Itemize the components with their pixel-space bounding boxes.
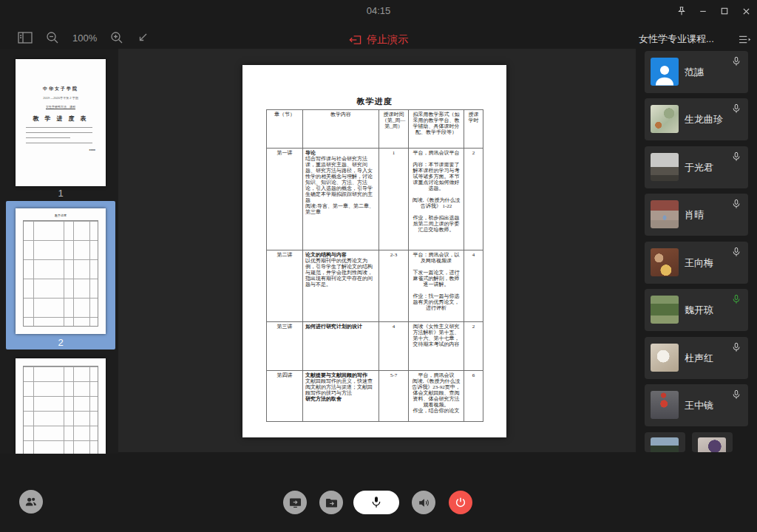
table-row: 第二讲 论文的结构与内容 以优秀期刊中的优秀论文为例，引导学生了解论文的结构与规… — [267, 250, 483, 322]
participant-card[interactable]: 肖晴 — [645, 194, 748, 236]
table-row: 第一讲 导论 结合写作课与社会研究方法课，重温研究主题、研究问题、研究方法与路径… — [267, 149, 483, 250]
pin-icon[interactable] — [676, 6, 687, 16]
minimize-icon[interactable] — [698, 6, 708, 16]
participant-tile-partial[interactable] — [645, 432, 685, 452]
window-controls — [676, 0, 751, 22]
row-content: 如何进行研究计划的设计 — [303, 322, 379, 371]
microphone-icon — [369, 495, 384, 510]
cover-date-line: ■■■■ — [16, 149, 95, 151]
mini-doc-title: 教学进度 — [16, 214, 106, 217]
presentation-canvas: 教学进度 章（节） 教学内容 授课时间（第_周—第_周） 拟采用教学形式（如采用… — [118, 49, 636, 452]
white-dog-photo-avatar — [651, 344, 679, 372]
participant-name: 魏开琼 — [685, 289, 713, 331]
row-time: 5-7 — [379, 371, 409, 422]
cover-line — [26, 127, 92, 128]
zoom-out-icon[interactable] — [46, 31, 59, 44]
speaker-button[interactable] — [412, 491, 435, 514]
cover-line — [26, 132, 92, 133]
participant-tile-partial[interactable] — [692, 432, 733, 452]
participant-card[interactable]: 范譓 — [645, 51, 748, 93]
mini-table-preview — [23, 220, 98, 327]
mic-button[interactable] — [353, 491, 399, 514]
meeting-title: 女性学专业课程... — [639, 33, 714, 46]
row-chapter: 第三讲 — [267, 322, 303, 371]
field-trees-photo-avatar — [651, 437, 679, 452]
row-hours: 2 — [464, 149, 483, 250]
stop-presenting-icon — [349, 35, 361, 45]
green-trees-photo-avatar — [651, 296, 679, 324]
document-page: 教学进度 章（节） 教学内容 授课时间（第_周—第_周） 拟采用教学形式（如采用… — [242, 65, 506, 437]
row-hours: 6 — [464, 371, 483, 422]
participant-name: 生龙曲珍 — [685, 98, 723, 140]
row-content: 文献提要与文献回顾的写作 文献回顾写作的意义，快速查阅文献的方法与渠道；文献回顾… — [303, 371, 379, 422]
close-icon[interactable] — [741, 6, 751, 16]
participant-name: 王中镜 — [685, 384, 713, 426]
teaching-schedule-table: 章（节） 教学内容 授课时间（第_周—第_周） 拟采用教学形式（如采用的教学平台… — [266, 109, 483, 422]
mic-icon[interactable] — [731, 199, 741, 209]
row-form: 平台，腾讯会议 阅读,《教授为什么没告诉我》23-92页中，体会文献回顾、查阅资… — [409, 371, 464, 422]
page-number-2: 2 — [16, 337, 106, 348]
folder-share-icon — [325, 496, 339, 510]
row-time: 4 — [379, 322, 409, 371]
participant-name: 肖晴 — [685, 194, 704, 236]
power-icon — [454, 496, 467, 509]
cover-school-name: 中华女子学院 — [16, 86, 106, 92]
speaker-icon — [417, 496, 431, 510]
row-time: 2-3 — [379, 250, 409, 322]
participant-card[interactable]: 杜声红 — [645, 337, 748, 379]
participant-card[interactable]: 魏开琼 — [645, 289, 748, 331]
mic-icon[interactable] — [731, 103, 741, 114]
participant-name: 王向梅 — [685, 242, 713, 284]
mic-icon[interactable] — [731, 342, 741, 352]
cover-page-preview: 中华女子学院 2019 —2020学年第 2 学期 女性学研究方法 课程 教 学… — [16, 86, 106, 186]
row-form: 平台，腾讯会议平台 内容：本节课需要了解本课程的学习与考试等诸多方面。本节课重点… — [409, 149, 464, 250]
mic-icon[interactable] — [731, 56, 741, 66]
content-body: 以优秀期刊中的优秀论文为例，引导学生了解论文的结构与规范，并学会批判性阅读，指出… — [305, 258, 376, 287]
share-file-button[interactable] — [319, 491, 343, 514]
participant-card[interactable]: 王中镜 — [645, 384, 748, 426]
row-form: 阅读《女性主义研究方法解析》第十五、第十六、第十七章，交待期末考试的内容 — [409, 322, 464, 371]
participant-card[interactable]: 王向梅 — [645, 242, 748, 284]
participant-list: 范譓 生龙曲珍 于光君 — [636, 49, 757, 452]
row-hours: 2 — [464, 322, 483, 371]
mic-active-icon[interactable] — [731, 294, 741, 304]
sidebar-header: 女性学专业课程... — [639, 33, 751, 46]
participant-card[interactable]: 生龙曲珍 — [645, 98, 748, 140]
participants-button[interactable] — [19, 490, 43, 514]
person-on-steps-photo-avatar — [651, 200, 679, 228]
stop-presenting-button[interactable]: 停止演示 — [349, 33, 408, 47]
person-icon — [652, 62, 677, 86]
cover-line — [26, 137, 70, 138]
cover-line — [26, 143, 92, 143]
mic-icon[interactable] — [731, 247, 741, 257]
header-content: 教学内容 — [303, 110, 379, 149]
blue-person-avatar — [651, 58, 679, 86]
thumbnail-page-2[interactable]: 教学进度 — [16, 208, 106, 334]
leave-meeting-button[interactable] — [449, 491, 472, 514]
participant-card[interactable]: 于光君 — [645, 146, 748, 188]
row-content: 论文的结构与内容 以优秀期刊中的优秀论文为例，引导学生了解论文的结构与规范，并学… — [303, 250, 379, 322]
list-collapse-icon[interactable] — [739, 35, 751, 44]
document-title: 教学进度 — [242, 65, 506, 107]
zoom-in-icon[interactable] — [110, 31, 123, 44]
row-form: 平台：腾讯会议，以及网络视频课 下发一篇论文，进行麻雀式的解剖，教师逐一讲解。 … — [409, 250, 464, 322]
header-chapter: 章（节） — [267, 110, 303, 149]
child-red-jacket-photo-avatar — [651, 391, 679, 419]
cover-title: 教 学 进 度 表 — [16, 115, 106, 123]
row-hours: 4 — [464, 250, 483, 322]
thumbnail-page-1[interactable]: 中华女子学院 2019 —2020学年第 2 学期 女性学研究方法 课程 教 学… — [16, 59, 106, 186]
pointer-tool-icon[interactable] — [137, 32, 149, 44]
birthday-cake-photo-avatar — [651, 248, 679, 276]
meeting-window: 04:15 — [0, 0, 757, 532]
mic-icon[interactable] — [731, 389, 741, 400]
maximize-icon[interactable] — [719, 6, 730, 16]
thumbnail-page-3[interactable] — [16, 358, 106, 454]
content-title-2: 研究方法的取舍 — [305, 396, 376, 402]
thumbnail-panel-icon[interactable] — [18, 32, 33, 44]
table-header-row: 章（节） 教学内容 授课时间（第_周—第_周） 拟采用教学形式（如采用的教学平台… — [267, 110, 483, 149]
mini-table-preview — [23, 366, 98, 454]
share-screen-button[interactable] — [283, 491, 307, 514]
participant-name: 杜声红 — [685, 337, 713, 379]
mic-icon[interactable] — [731, 151, 741, 162]
row-time: 1 — [379, 149, 409, 250]
